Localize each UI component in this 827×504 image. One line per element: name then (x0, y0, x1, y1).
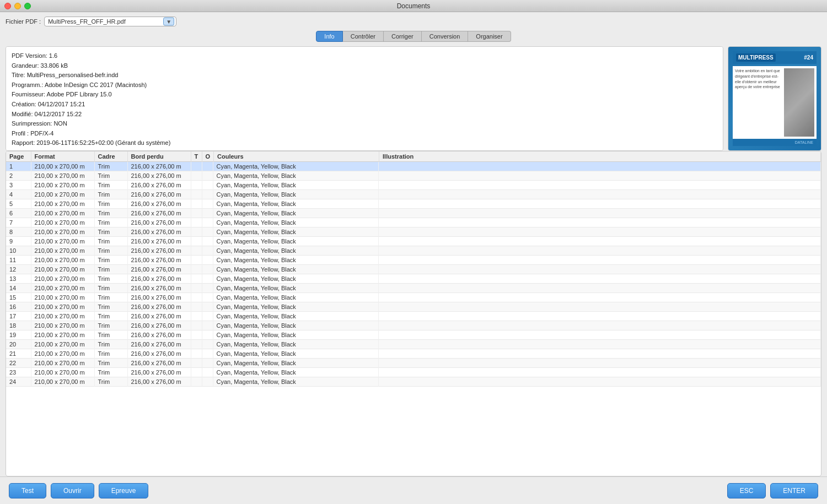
table-row[interactable]: 15210,00 x 270,00 mTrim216,00 x 276,00 m… (6, 293, 821, 302)
col-header-couleurs: Couleurs (214, 151, 379, 162)
cell-t (191, 312, 202, 321)
table-row[interactable]: 6210,00 x 270,00 mTrim216,00 x 276,00 mC… (6, 209, 821, 218)
table-row[interactable]: 23210,00 x 270,00 mTrim216,00 x 276,00 m… (6, 368, 821, 377)
info-line: Rapport: 2019-06-11T16:52:25+02:00 (Géra… (12, 138, 717, 148)
cell-t (191, 274, 202, 284)
table-row[interactable]: 20210,00 x 270,00 mTrim216,00 x 276,00 m… (6, 340, 821, 349)
esc-button[interactable]: ESC (727, 483, 766, 498)
cell-couleurs: Cyan, Magenta, Yellow, Black (213, 190, 378, 199)
table-row[interactable]: 5210,00 x 270,00 mTrim216,00 x 276,00 mC… (6, 199, 821, 209)
cell-bord-perdu: 216,00 x 276,00 m (127, 265, 191, 274)
tab-organiser[interactable]: Organiser (468, 31, 511, 42)
table-row[interactable]: 10210,00 x 270,00 mTrim216,00 x 276,00 m… (6, 246, 821, 256)
table-scroll[interactable]: 1210,00 x 270,00 mTrim216,00 x 276,00 mC… (6, 162, 821, 476)
info-line: Modifié: 04/12/2017 15:22 (12, 110, 717, 120)
close-button[interactable] (4, 3, 11, 9)
cell-format: 210,00 x 270,00 m (31, 218, 94, 227)
cell-o (202, 190, 213, 199)
table-row[interactable]: 19210,00 x 270,00 mTrim216,00 x 276,00 m… (6, 330, 821, 340)
info-lines: PDF Version: 1.6Grandeur: 33.806 kBTitre… (12, 51, 717, 151)
cell-page: 2 (6, 171, 31, 181)
table-row[interactable]: 16210,00 x 270,00 mTrim216,00 x 276,00 m… (6, 302, 821, 312)
cell-couleurs: Cyan, Magenta, Yellow, Black (213, 171, 378, 181)
thumb-placeholder (784, 68, 814, 137)
cell-cadre: Trim (94, 171, 127, 181)
cell-t (191, 162, 202, 171)
cell-couleurs: Cyan, Magenta, Yellow, Black (213, 237, 378, 246)
table-row[interactable]: 18210,00 x 270,00 mTrim216,00 x 276,00 m… (6, 321, 821, 330)
cell-bord-perdu: 216,00 x 276,00 m (127, 368, 191, 377)
table-row[interactable]: 7210,00 x 270,00 mTrim216,00 x 276,00 mC… (6, 218, 821, 227)
table-row[interactable]: 12210,00 x 270,00 mTrim216,00 x 276,00 m… (6, 265, 821, 274)
cell-format: 210,00 x 270,00 m (31, 293, 94, 302)
cell-cadre: Trim (94, 302, 127, 312)
table-row[interactable]: 21210,00 x 270,00 mTrim216,00 x 276,00 m… (6, 349, 821, 359)
info-panel: PDF Version: 1.6Grandeur: 33.806 kBTitre… (6, 46, 723, 151)
enter-button[interactable]: ENTER (770, 483, 818, 498)
cell-cadre: Trim (94, 199, 127, 209)
table-row[interactable]: 1210,00 x 270,00 mTrim216,00 x 276,00 mC… (6, 162, 821, 171)
tab-corriger[interactable]: Corriger (384, 31, 422, 42)
minimize-button[interactable] (14, 3, 21, 9)
cell-format: 210,00 x 270,00 m (31, 284, 94, 293)
cell-format: 210,00 x 270,00 m (31, 199, 94, 209)
table-row[interactable]: 9210,00 x 270,00 mTrim216,00 x 276,00 mC… (6, 237, 821, 246)
file-select-wrapper: MultiPress_FR_OFF_HR.pdf ▼ (44, 17, 176, 26)
cell-t (191, 256, 202, 265)
maximize-button[interactable] (24, 3, 31, 9)
cell-o (202, 199, 213, 209)
table-body: 1210,00 x 270,00 mTrim216,00 x 276,00 mC… (6, 162, 821, 387)
cell-t (191, 209, 202, 218)
table-row[interactable]: 8210,00 x 270,00 mTrim216,00 x 276,00 mC… (6, 227, 821, 237)
cell-couleurs: Cyan, Magenta, Yellow, Black (213, 199, 378, 209)
cell-illustration (378, 181, 821, 190)
cell-cadre: Trim (94, 321, 127, 330)
cell-cadre: Trim (94, 162, 127, 171)
cell-cadre: Trim (94, 181, 127, 190)
col-header-cadre: Cadre (94, 151, 127, 162)
cell-cadre: Trim (94, 312, 127, 321)
table-row[interactable]: 3210,00 x 270,00 mTrim216,00 x 276,00 mC… (6, 181, 821, 190)
cell-cadre: Trim (94, 359, 127, 368)
epreuve-button[interactable]: Epreuve (99, 483, 149, 498)
cell-illustration (378, 256, 821, 265)
table-row[interactable]: 2210,00 x 270,00 mTrim216,00 x 276,00 mC… (6, 171, 821, 181)
table-row[interactable]: 14210,00 x 270,00 mTrim216,00 x 276,00 m… (6, 284, 821, 293)
cell-illustration (378, 199, 821, 209)
cell-illustration (378, 218, 821, 227)
table-row[interactable]: 11210,00 x 270,00 mTrim216,00 x 276,00 m… (6, 256, 821, 265)
table-row[interactable]: 13210,00 x 270,00 mTrim216,00 x 276,00 m… (6, 274, 821, 284)
thumb-headline: Votre ambition en tant que dirigeant d'e… (735, 69, 780, 89)
tab-bar: Info Contrôler Corriger Conversion Organ… (6, 31, 821, 42)
cell-t (191, 246, 202, 256)
cell-t (191, 330, 202, 340)
cell-illustration (378, 340, 821, 349)
cell-illustration (378, 359, 821, 368)
cell-bord-perdu: 216,00 x 276,00 m (127, 256, 191, 265)
table-row[interactable]: 17210,00 x 270,00 mTrim216,00 x 276,00 m… (6, 312, 821, 321)
table-row[interactable]: 24210,00 x 270,00 mTrim216,00 x 276,00 m… (6, 377, 821, 387)
tab-conversion[interactable]: Conversion (422, 31, 469, 42)
test-button[interactable]: Test (9, 483, 46, 498)
table-row[interactable]: 22210,00 x 270,00 mTrim216,00 x 276,00 m… (6, 359, 821, 368)
cell-format: 210,00 x 270,00 m (31, 181, 94, 190)
cell-bord-perdu: 216,00 x 276,00 m (127, 246, 191, 256)
ouvrir-button[interactable]: Ouvrir (51, 483, 94, 498)
cell-cadre: Trim (94, 227, 127, 237)
cell-bord-perdu: 216,00 x 276,00 m (127, 209, 191, 218)
thumb-text: Votre ambition en tant que dirigeant d'e… (735, 68, 782, 137)
cell-page: 19 (6, 330, 31, 340)
cell-format: 210,00 x 270,00 m (31, 171, 94, 181)
cell-couleurs: Cyan, Magenta, Yellow, Black (213, 377, 378, 387)
cell-o (202, 377, 213, 387)
col-header-t: T (191, 151, 202, 162)
tab-controler[interactable]: Contrôler (343, 31, 384, 42)
file-select[interactable]: MultiPress_FR_OFF_HR.pdf (44, 17, 176, 26)
cell-couleurs: Cyan, Magenta, Yellow, Black (213, 359, 378, 368)
cell-bord-perdu: 216,00 x 276,00 m (127, 171, 191, 181)
cell-o (202, 218, 213, 227)
cell-illustration (378, 227, 821, 237)
tab-info[interactable]: Info (316, 31, 342, 42)
table-row[interactable]: 4210,00 x 270,00 mTrim216,00 x 276,00 mC… (6, 190, 821, 199)
file-label: Fichier PDF : (6, 18, 41, 25)
